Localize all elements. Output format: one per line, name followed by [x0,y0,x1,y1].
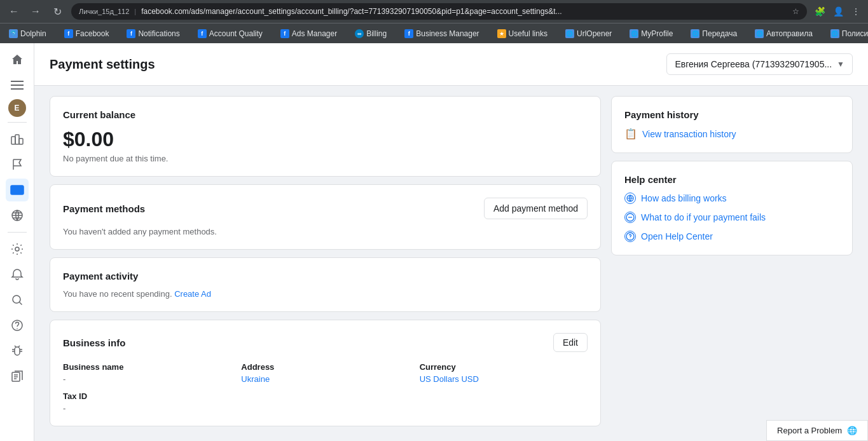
sidebar-help-icon[interactable] [6,314,29,337]
extensions-icon[interactable]: 🧩 [812,4,828,19]
svg-rect-1 [11,85,24,86]
bookmark-myprofile[interactable]: 🌐 MyProfile [626,27,677,41]
open-help-center-link[interactable]: Open Help Center [624,231,839,242]
bookmark-label: UrlOpener [577,29,612,38]
current-balance-title: Current balance [63,109,588,120]
tax-id-label: Tax ID [63,391,588,401]
svg-rect-0 [11,81,24,82]
menu-icon[interactable]: ⋮ [849,4,863,19]
sidebar-bug-icon[interactable] [6,339,29,362]
sidebar-divider-2 [8,232,27,233]
edit-button[interactable]: Edit [553,333,588,352]
bookmark-polisi[interactable]: 🌐 Полиси [827,27,868,41]
avtopravila-icon: 🌐 [755,29,764,38]
useful-links-icon: ★ [497,29,506,38]
current-balance-card: Current balance $0.00 No payment due at … [50,96,601,177]
how-ads-billing-label: How ads billing works [641,193,727,203]
sidebar-bell-icon[interactable] [6,263,29,286]
currency-label: Currency [420,362,588,372]
profile-icon[interactable]: 👤 [830,4,846,19]
business-manager-icon: f [404,29,413,38]
question-circle-icon [624,231,636,242]
bookmark-label: Account Quality [209,29,263,38]
sidebar-flag-icon[interactable] [6,153,29,176]
url-path: /ads/manager/account_settings/account_bi… [189,7,562,16]
globe-icon [624,193,636,204]
app: E [0,43,868,441]
report-problem-bar[interactable]: Report a Problem 🌐 [766,420,868,441]
open-help-center-label: Open Help Center [641,231,713,241]
svg-rect-4 [15,135,19,144]
urlopener-icon: 🌐 [565,29,574,38]
sidebar-globe-icon[interactable] [6,204,29,227]
sidebar-menu-icon[interactable] [6,74,29,97]
sidebar-campaigns-icon[interactable] [6,128,29,151]
refresh-button[interactable]: ↻ [48,3,66,20]
main-content: Payment settings Евгения Сергеева (77139… [34,43,868,441]
avatar-initials: E [14,104,19,112]
notifications-fb-icon: f [127,29,135,38]
billing-icon: ∞ [355,29,364,38]
payment-methods-card: Payment methods Add payment method You h… [50,184,601,250]
content-left: Current balance $0.00 No payment due at … [50,96,601,426]
payment-history-title: Payment history [624,109,839,120]
bookmark-label: Полиси [842,29,868,38]
svg-point-12 [17,328,18,329]
account-dropdown[interactable]: Евгения Сергеева (77139329071905... ▼ [666,53,853,75]
address-url: facebook.com/ads/manager/account_setting… [141,7,562,16]
report-problem-label: Report a Problem [777,426,842,435]
payment-history-card: Payment history 📋 View transaction histo… [611,96,853,153]
activity-prefix: You have no recent spending. [63,289,172,299]
payment-activity-card: Payment activity You have no recent spen… [50,257,601,312]
sidebar-home-icon[interactable] [6,48,29,71]
bookmark-label: Ads Manager [292,29,337,38]
bookmark-billing[interactable]: ∞ Billing [351,27,390,41]
bookmark-label: Facebook [76,29,109,38]
how-ads-billing-link[interactable]: How ads billing works [624,193,839,204]
view-history-label: View transaction history [642,129,736,139]
sidebar-avatar[interactable]: E [8,99,26,117]
transaction-icon: 📋 [624,128,637,140]
bookmark-notifications[interactable]: f Notifications [123,27,183,41]
dolphin-icon: 🐬 [9,29,18,38]
ads-manager-fb-icon: f [280,29,289,38]
bookmark-peredacha[interactable]: 🌐 Передача [687,27,741,41]
sidebar-search-icon[interactable] [6,288,29,311]
bookmark-business-manager[interactable]: f Business Manager [401,27,483,41]
svg-rect-7 [13,191,15,192]
business-info-card: Business info Edit Business name - Addre… [50,320,601,426]
add-payment-method-button[interactable]: Add payment method [484,198,588,219]
tax-id-section: Tax ID - [63,391,588,413]
bookmark-urlopener[interactable]: 🌐 UrlOpener [561,27,616,41]
back-button[interactable]: ← [5,3,23,20]
no-payment-text: You haven't added any payment methods. [63,227,588,236]
svg-rect-3 [11,137,15,144]
business-info-header: Business info Edit [63,333,588,352]
bookmark-label: Useful links [509,29,548,38]
minus-circle-icon [624,212,636,223]
bookmark-useful-links[interactable]: ★ Useful links [493,27,551,41]
balance-amount: $0.00 [63,128,588,151]
bookmark-label: MyProfile [641,29,673,38]
payment-fails-label: What to do if your payment fails [641,212,766,222]
bookmark-account-quality[interactable]: f Account Quality [194,27,266,41]
forward-button[interactable]: → [27,3,45,20]
currency-field: Currency US Dollars USD [420,362,588,384]
account-name: Евгения Сергеева (77139329071905... [675,59,832,69]
bookmark-dolphin[interactable]: 🐬 Dolphin [5,27,50,41]
url-domain: facebook.com [141,7,189,16]
payment-fails-link[interactable]: What to do if your payment fails [624,212,839,223]
bookmark-label: Billing [366,29,387,38]
bookmark-ads-manager[interactable]: f Ads Manager [277,27,341,41]
bookmark-avtopravila[interactable]: 🌐 Автоправила [751,27,816,41]
star-icon[interactable]: ☆ [792,7,799,16]
create-ad-link[interactable]: Create Ad [174,289,211,299]
address-bar[interactable]: Лички_15д_112 | facebook.com/ads/manager… [71,3,807,20]
sidebar-pages-icon[interactable] [6,365,29,388]
sidebar-billing-icon[interactable] [6,179,29,201]
report-globe-icon: 🌐 [847,426,857,435]
bookmark-label: Business Manager [416,29,479,38]
bookmark-facebook[interactable]: f Facebook [60,27,113,41]
sidebar-settings-icon[interactable] [6,238,29,261]
view-transaction-history-link[interactable]: 📋 View transaction history [624,128,839,140]
